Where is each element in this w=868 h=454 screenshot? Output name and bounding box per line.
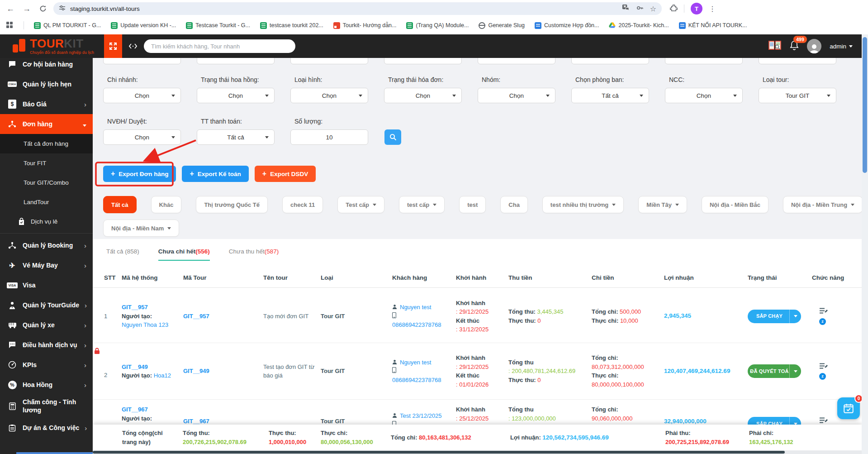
bookmark-item[interactable]: Generate Slug bbox=[479, 22, 525, 29]
bookmark-star-icon[interactable]: ☆ bbox=[650, 5, 656, 13]
filter-select-tt-thanh-toan[interactable]: Tất cả bbox=[197, 129, 275, 145]
collapse-sidebar-icon[interactable] bbox=[128, 43, 138, 49]
edit-menu-icon[interactable] bbox=[819, 307, 854, 317]
translate-icon[interactable] bbox=[622, 4, 630, 14]
export-dsdv-button[interactable]: +Export DSDV bbox=[255, 166, 316, 182]
apps-grid-icon[interactable] bbox=[6, 22, 14, 29]
tour-code-link[interactable]: GIT__967 bbox=[183, 418, 209, 425]
filter-select-ncc[interactable]: Chọn bbox=[665, 88, 743, 103]
chip-noi-dia-mien-bac[interactable]: Nội địa - Miền Bắc bbox=[702, 196, 768, 213]
password-key-icon[interactable] bbox=[636, 4, 644, 14]
submenu-item-tat-ca-don-hang[interactable]: Tất cả đơn hàng bbox=[0, 134, 93, 153]
global-search-input[interactable] bbox=[144, 39, 295, 53]
bookmark-item[interactable]: QL PM TOURKIT - G... bbox=[34, 22, 101, 29]
sidebar-item-quan-ly-lich-hen[interactable]: CSKH Quản lý lịch hẹn bbox=[0, 74, 93, 94]
reload-icon[interactable] bbox=[37, 3, 49, 14]
bookmark-item[interactable]: (Trang QA) Module... bbox=[406, 22, 469, 29]
filter-select-so-luong[interactable]: 10 bbox=[290, 129, 368, 145]
sidebar-item-visa[interactable]: VISA Visa bbox=[0, 275, 93, 295]
sidebar-item-quan-ly-xe[interactable]: Quản lý xe › bbox=[0, 315, 93, 335]
bookmark-item[interactable]: Customize Hợp đồn... bbox=[535, 22, 599, 29]
guide-book-icon[interactable] bbox=[768, 40, 782, 53]
filter-select-hoa-don[interactable]: Chọn bbox=[384, 88, 462, 103]
user-avatar[interactable] bbox=[807, 39, 821, 53]
horizontal-scrollbar[interactable] bbox=[93, 450, 862, 454]
back-icon[interactable]: ← bbox=[5, 3, 16, 14]
export-don-hang-button[interactable]: +Export Đơn hàng bbox=[103, 166, 176, 182]
chip-check-11[interactable]: check 11 bbox=[282, 196, 323, 213]
search-button[interactable] bbox=[384, 129, 401, 145]
edit-menu-icon[interactable] bbox=[819, 363, 854, 372]
customer-link[interactable]: Nguyen test bbox=[400, 358, 431, 367]
filter-select[interactable] bbox=[478, 58, 555, 64]
creator-link[interactable]: Nguyen Thoa 123 bbox=[122, 321, 168, 328]
order-code-link[interactable]: GIT__957 bbox=[122, 304, 148, 311]
sidebar-item-hoa-hong[interactable]: % Hoa Hồng › bbox=[0, 375, 93, 395]
tab-tat-ca[interactable]: Tất cả (858) bbox=[106, 248, 139, 261]
sidebar-item-dieu-hanh-dich-vu[interactable]: Điều hành dịch vụ › bbox=[0, 335, 93, 355]
bookmark-item[interactable]: testcase tourkit 202... bbox=[260, 22, 323, 29]
chip-test-cap[interactable]: Test cấp bbox=[337, 196, 384, 213]
forward-icon[interactable]: → bbox=[21, 3, 33, 14]
order-code-link[interactable]: GIT__967 bbox=[122, 406, 148, 413]
filter-select-phong-ban[interactable]: Tất cả bbox=[571, 88, 649, 103]
sidebar-item-ve-may-bay[interactable]: ✈ Vé Máy Bay › bbox=[0, 255, 93, 275]
customer-phone-link[interactable]: 086869422378768 bbox=[392, 377, 441, 383]
bookmark-item[interactable]: Tourkit- Hướng dẫn... bbox=[333, 22, 397, 29]
site-settings-icon[interactable] bbox=[59, 5, 66, 13]
chip-cha[interactable]: Cha bbox=[500, 196, 528, 213]
vertical-scrollbar-thumb[interactable] bbox=[863, 37, 867, 173]
filter-select-loai-hinh[interactable]: Chọn bbox=[290, 88, 368, 103]
tour-code-link[interactable]: GIT__957 bbox=[183, 313, 209, 320]
sidebar-item-cham-cong[interactable]: Chấm công - Tính lương bbox=[0, 395, 93, 418]
submenu-item-tour-fit[interactable]: Tour FIT bbox=[0, 153, 93, 173]
zalo-icon[interactable]: z bbox=[819, 318, 826, 325]
chip-test-nhieu-thi-truong[interactable]: test nhiều thị trường bbox=[542, 196, 624, 213]
tab-chua-thu-het[interactable]: Chưa thu hết(587) bbox=[229, 248, 279, 261]
filter-select-nvdh[interactable]: Chọn bbox=[103, 129, 181, 145]
calendar-fab-button[interactable]: 0 bbox=[837, 397, 860, 419]
filter-select-loai-tour[interactable]: Tour GIT bbox=[759, 88, 836, 103]
chip-thi-truong-quoc-te[interactable]: Thị trường Quốc Tế bbox=[196, 196, 268, 213]
filter-select[interactable] bbox=[290, 58, 368, 64]
chip-khac[interactable]: Khác bbox=[151, 196, 182, 213]
status-dropdown-button[interactable]: ĐÃ QUYẾT TOÁ bbox=[748, 364, 801, 378]
fullscreen-button[interactable] bbox=[104, 34, 122, 58]
tab-chua-chi-het[interactable]: Chưa chi hết(556) bbox=[158, 248, 210, 261]
bookmark-item[interactable]: Testcase Tourkit - G... bbox=[186, 22, 250, 29]
notifications-bell-icon[interactable]: 499 bbox=[790, 40, 799, 52]
sidebar-item-quan-ly-booking[interactable]: Quản lý Booking › bbox=[0, 235, 93, 255]
browser-profile-avatar[interactable]: T bbox=[691, 3, 702, 14]
url-input[interactable] bbox=[70, 5, 617, 12]
filter-select[interactable] bbox=[571, 58, 649, 64]
customer-link[interactable]: Test 23/12/2025 bbox=[400, 411, 442, 421]
chip-tat-ca[interactable]: Tất cả bbox=[103, 196, 137, 213]
horizontal-scrollbar-thumb[interactable] bbox=[93, 451, 785, 454]
user-menu[interactable]: admin bbox=[830, 43, 853, 50]
bookmark-item[interactable]: 2025-Tourkit- Kich... bbox=[609, 22, 669, 29]
sidebar-item-bao-gia[interactable]: $ Báo Giá › bbox=[0, 94, 93, 114]
filter-select[interactable] bbox=[384, 58, 462, 64]
creator-link[interactable]: Hoa12 bbox=[154, 372, 171, 379]
sidebar-item-quan-ly-tourguide[interactable]: Quản lý TourGuide › bbox=[0, 295, 93, 315]
filter-select[interactable] bbox=[665, 58, 743, 64]
sidebar-item-don-hang[interactable]: Đơn hàng bbox=[0, 114, 93, 134]
sidebar-item-kpis[interactable]: KPIs › bbox=[0, 355, 93, 375]
submenu-item-landtour[interactable]: LandTour bbox=[0, 192, 93, 212]
bookmark-item[interactable]: KẾT NỐI API TOURK... bbox=[679, 22, 747, 29]
filter-select-chi-nhanh[interactable]: Chọn bbox=[103, 88, 181, 103]
submenu-item-tour-git-combo[interactable]: Tour GIT/Combo bbox=[0, 173, 93, 192]
submenu-item-dich-vu-le[interactable]: Dịch vụ lẻ bbox=[0, 212, 93, 231]
address-bar[interactable]: ☆ bbox=[53, 2, 662, 15]
sidebar-item-du-an-cong-viec[interactable]: Dự án & Công việc › bbox=[0, 418, 93, 438]
export-ke-toan-button[interactable]: +Export Kế toán bbox=[182, 166, 248, 182]
status-dropdown-button[interactable]: SẮP CHẠY bbox=[748, 310, 801, 323]
filter-select-hoa-hong[interactable]: Chọn bbox=[197, 88, 275, 103]
chrome-menu-icon[interactable]: ⋮ bbox=[709, 5, 716, 13]
tour-code-link[interactable]: GIT__949 bbox=[183, 368, 209, 374]
tourkit-logo[interactable]: TOURKIT Chuyển đổi số doanh nghiệp du lị… bbox=[0, 38, 104, 55]
filter-select[interactable] bbox=[103, 58, 181, 64]
customer-phone-link[interactable]: 086869422378768 bbox=[392, 321, 441, 328]
zalo-icon[interactable]: z bbox=[819, 373, 826, 380]
chip-test-cap-2[interactable]: test cấp bbox=[399, 196, 445, 213]
